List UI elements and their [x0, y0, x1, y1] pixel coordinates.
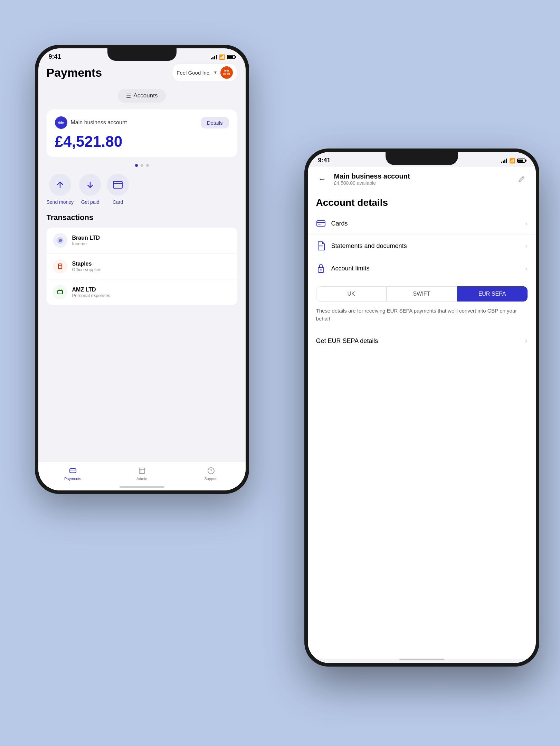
- quick-action-send[interactable]: Send money: [47, 174, 74, 205]
- amz-icon: [53, 285, 67, 299]
- account-card-left: tide Main business account: [55, 116, 127, 129]
- sepa-description: These details are for receiving EUR SEPA…: [308, 307, 536, 329]
- statements-label: Statements and documents: [331, 242, 407, 250]
- company-avatar: feelgood: [220, 66, 233, 79]
- account-name-back: Main business account: [71, 119, 127, 126]
- limits-left: Account limits: [316, 264, 370, 273]
- svg-text:?: ?: [210, 469, 212, 473]
- account-card-header: tide Main business account Details: [55, 116, 229, 129]
- staples-info: Staples Office supplies: [72, 261, 231, 272]
- transaction-amz[interactable]: AMZ LTD Personal expenses: [47, 279, 237, 305]
- nav-payments[interactable]: Payments: [38, 466, 107, 481]
- dot-2: [141, 164, 143, 167]
- account-details-page: ← Main business account £4,500.00 availa…: [308, 167, 536, 659]
- limits-label: Account limits: [331, 265, 370, 272]
- nav-support[interactable]: ? Support: [177, 466, 246, 481]
- staples-name: Staples: [72, 261, 231, 267]
- admin-nav-icon: [137, 466, 146, 475]
- dot-1: [135, 164, 138, 167]
- svg-line-17: [522, 177, 523, 178]
- amz-name: AMZ LTD: [72, 287, 231, 293]
- cards-chevron-icon: ›: [525, 220, 528, 227]
- cards-row[interactable]: Cards ›: [308, 212, 536, 235]
- header-title-group: Main business account £4,500.00 availabl…: [329, 172, 515, 186]
- amz-info: AMZ LTD Personal expenses: [72, 287, 231, 298]
- staples-sub: Office supplies: [72, 267, 231, 272]
- account-card: tide Main business account Details £4,52…: [47, 109, 237, 157]
- payments-header: Payments Feel Good Inc. ▼ feelgood: [47, 63, 237, 82]
- limits-row[interactable]: Account limits ›: [308, 257, 536, 279]
- battery-icon-front: [517, 159, 525, 163]
- braun-info: Braun LTD Income: [72, 235, 231, 246]
- cards-label: Cards: [331, 220, 348, 227]
- card-label: Card: [113, 199, 123, 205]
- get-paid-label: Get paid: [81, 199, 99, 205]
- payments-title: Payments: [47, 66, 102, 79]
- svg-rect-10: [70, 469, 76, 473]
- status-icons-back: 📶: [211, 54, 235, 60]
- payments-nav-icon: [68, 466, 77, 475]
- time-front: 9:41: [318, 157, 331, 164]
- statements-icon: [316, 241, 326, 251]
- braun-sub: Income: [72, 241, 231, 246]
- svg-rect-12: [139, 468, 145, 474]
- company-badge[interactable]: Feel Good Inc. ▼ feelgood: [172, 63, 237, 82]
- statements-left: Statements and documents: [316, 241, 407, 251]
- svg-rect-5: [58, 264, 62, 269]
- svg-rect-20: [318, 224, 321, 225]
- accounts-tab[interactable]: ☰ Accounts: [118, 89, 166, 103]
- details-list: Cards ›: [308, 212, 536, 279]
- quick-action-getpaid[interactable]: Get paid: [79, 174, 101, 205]
- quick-actions: Send money Get paid: [47, 174, 237, 205]
- braun-name: Braun LTD: [72, 235, 231, 241]
- account-details-header: ← Main business account £4,500.00 availa…: [308, 167, 536, 190]
- get-eur-sepa-label: Get EUR SEPA details: [316, 337, 378, 345]
- tab-eur-sepa[interactable]: EUR SEPA: [457, 286, 528, 302]
- tab-swift[interactable]: SWIFT: [387, 286, 457, 302]
- phone-back-content: Payments Feel Good Inc. ▼ feelgood ☰ Acc…: [38, 63, 246, 305]
- back-button[interactable]: ←: [316, 173, 329, 185]
- dot-3: [146, 164, 149, 167]
- battery-icon-back: [227, 55, 235, 59]
- edit-button[interactable]: [515, 173, 528, 185]
- svg-rect-18: [317, 221, 325, 226]
- wifi-icon-back: 📶: [219, 54, 225, 60]
- wifi-icon-front: 📶: [509, 158, 515, 163]
- svg-rect-7: [58, 290, 63, 294]
- payment-tabs: UK SWIFT EUR SEPA: [308, 286, 536, 302]
- statements-chevron-icon: ›: [525, 242, 528, 250]
- home-indicator-front: [399, 659, 444, 660]
- limits-icon: [316, 264, 326, 273]
- staples-icon: [53, 259, 67, 274]
- chevron-down-icon: ▼: [213, 70, 218, 75]
- account-header-title: Main business account: [334, 172, 510, 180]
- page-dots: [47, 164, 237, 167]
- quick-action-card[interactable]: Card: [107, 174, 129, 205]
- account-balance: £4,521.80: [55, 133, 229, 150]
- home-indicator-back: [120, 486, 164, 488]
- section-title: Account details: [308, 190, 536, 212]
- transactions-section: Transactions Braun LTD Inco: [47, 213, 237, 305]
- limits-chevron-icon: ›: [525, 265, 528, 272]
- card-action-icon: [107, 174, 129, 196]
- support-nav-icon: ?: [207, 466, 216, 475]
- svg-rect-2: [113, 181, 122, 188]
- nav-admin[interactable]: Admin: [107, 466, 177, 481]
- signal-icon-front: [501, 158, 507, 163]
- notch-front: [386, 152, 458, 165]
- time-back: 9:41: [49, 53, 61, 60]
- signal-icon-back: [211, 55, 217, 59]
- transaction-braun[interactable]: Braun LTD Income: [47, 228, 237, 254]
- notch-back: [107, 48, 177, 61]
- details-button[interactable]: Details: [201, 117, 229, 128]
- statements-row[interactable]: Statements and documents ›: [308, 235, 536, 257]
- transaction-staples[interactable]: Staples Office supplies: [47, 254, 237, 279]
- cards-left: Cards: [316, 219, 348, 228]
- company-name: Feel Good Inc.: [177, 70, 210, 76]
- phone-front: 9:41 📶 ←: [304, 149, 539, 667]
- get-eur-sepa-chevron-icon: ›: [525, 336, 527, 345]
- nav-payments-label: Payments: [64, 477, 81, 481]
- tab-uk[interactable]: UK: [316, 286, 387, 302]
- send-money-icon: [49, 174, 71, 196]
- get-eur-sepa-row[interactable]: Get EUR SEPA details ›: [308, 329, 536, 352]
